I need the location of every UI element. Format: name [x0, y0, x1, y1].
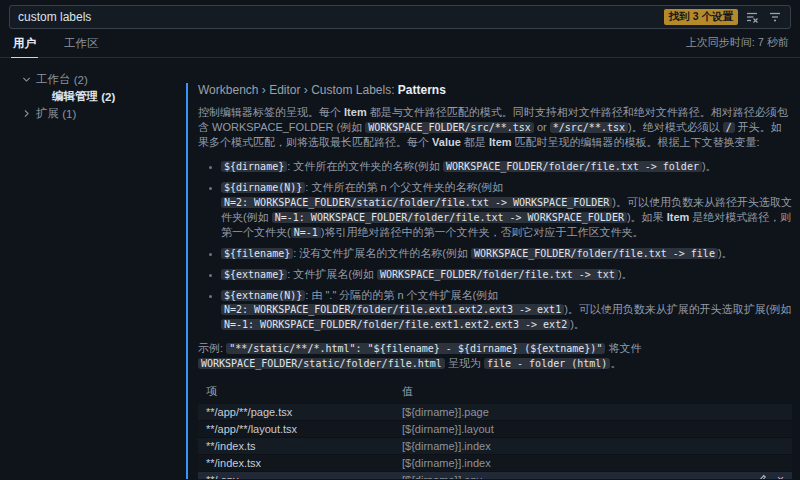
variable-item-extname-n: ${extname(N)}: 由 "." 分隔的的第 n 个文件扩展名(例如 N…: [221, 288, 792, 333]
setting-custom-labels-patterns: Workbench › Editor › Custom Labels: Patt…: [186, 83, 792, 479]
table-row[interactable]: **/.env [${dirname}].env ×: [198, 472, 792, 479]
value-cell: [${dirname}].env: [402, 474, 755, 479]
table-row[interactable]: **/index.ts [${dirname}].index: [198, 438, 792, 455]
filter-icon[interactable]: [766, 8, 784, 26]
value-cell: [${dirname}].index: [402, 440, 784, 452]
settings-search-bar: 找到 3 个设置: [0, 0, 800, 33]
variable-item-extname: ${extname}: 文件扩展名(例如 WORKSPACE_FOLDER/fo…: [221, 267, 792, 282]
tab-workspace[interactable]: 工作区: [62, 32, 101, 57]
settings-scope-tabs: 用户 工作区 上次同步时间: 7 秒前: [0, 33, 800, 58]
variable-item-filename: ${filename}: 没有文件扩展名的文件的名称(例如 WORKSPACE_…: [221, 246, 792, 261]
pattern-cell: **/app/**/page.tsx: [206, 406, 402, 418]
toc-label: 扩展: [36, 106, 59, 121]
pattern-cell: **/.env: [206, 474, 402, 479]
table-body: **/app/**/page.tsx [${dirname}].page **/…: [198, 404, 792, 479]
setting-description: 控制编辑器标签的呈现。每个 Item 都是与文件路径匹配的模式。同时支持相对文件…: [198, 105, 792, 150]
setting-example: 示例: "**/static/**/*.html": "${filename} …: [198, 341, 792, 371]
table-header: 项 值: [198, 381, 792, 404]
toc-count: (1): [62, 108, 76, 120]
remove-row-icon[interactable]: ×: [777, 474, 784, 479]
pattern-cell: **/index.ts: [206, 440, 402, 452]
variable-list: ${dirname}: 文件所在的文件夹的名称(例如 WORKSPACE_FOL…: [198, 159, 792, 333]
setting-title: Workbench › Editor › Custom Labels: Patt…: [198, 83, 792, 97]
search-input[interactable]: [16, 10, 664, 24]
toc-item-editor-management[interactable]: 编辑管理 (2): [0, 88, 186, 105]
toc-item-extensions[interactable]: 扩展 (1): [0, 105, 186, 122]
value-cell: [${dirname}].layout: [402, 423, 784, 435]
toc-count: (2): [101, 91, 115, 103]
toc-label: 工作台: [36, 72, 71, 87]
patterns-table: 项 值 **/app/**/page.tsx [${dirname}].page…: [198, 381, 792, 479]
toc-label: 编辑管理: [52, 89, 98, 104]
table-row[interactable]: **/app/**/layout.tsx [${dirname}].layout: [198, 421, 792, 438]
chevron-down-icon: [21, 74, 36, 85]
column-header-value: 值: [402, 384, 784, 399]
last-sync-status: 上次同步时间: 7 秒前: [686, 35, 789, 57]
clear-search-icon[interactable]: [743, 8, 761, 26]
setting-breadcrumb: Workbench › Editor › Custom Labels:: [198, 83, 398, 97]
toc-item-workbench[interactable]: 工作台 (2): [0, 71, 186, 88]
edit-row-icon[interactable]: [755, 473, 767, 479]
variable-item-dirname: ${dirname}: 文件所在的文件夹的名称(例如 WORKSPACE_FOL…: [221, 159, 792, 174]
tab-user[interactable]: 用户: [11, 32, 38, 58]
setting-name: Patterns: [398, 83, 446, 97]
value-cell: [${dirname}].index: [402, 457, 784, 469]
pattern-cell: **/app/**/layout.tsx: [206, 423, 402, 435]
settings-list: Workbench › Editor › Custom Labels: Patt…: [186, 58, 800, 479]
pattern-cell: **/index.tsx: [206, 457, 402, 469]
variable-item-dirname-n: ${dirname(N)}: 文件所在的第 n 个父文件夹的名称(例如 N=2:…: [221, 180, 792, 240]
results-count-badge: 找到 3 个设置: [664, 9, 738, 25]
settings-toc: 工作台 (2) 编辑管理 (2) 扩展 (1): [0, 58, 186, 479]
table-row[interactable]: **/app/**/page.tsx [${dirname}].page: [198, 404, 792, 421]
search-box[interactable]: 找到 3 个设置: [9, 5, 791, 29]
toc-count: (2): [74, 74, 88, 86]
value-cell: [${dirname}].page: [402, 406, 784, 418]
table-row[interactable]: **/index.tsx [${dirname}].index: [198, 455, 792, 472]
column-header-item: 项: [206, 384, 402, 399]
chevron-right-icon: [21, 108, 36, 119]
